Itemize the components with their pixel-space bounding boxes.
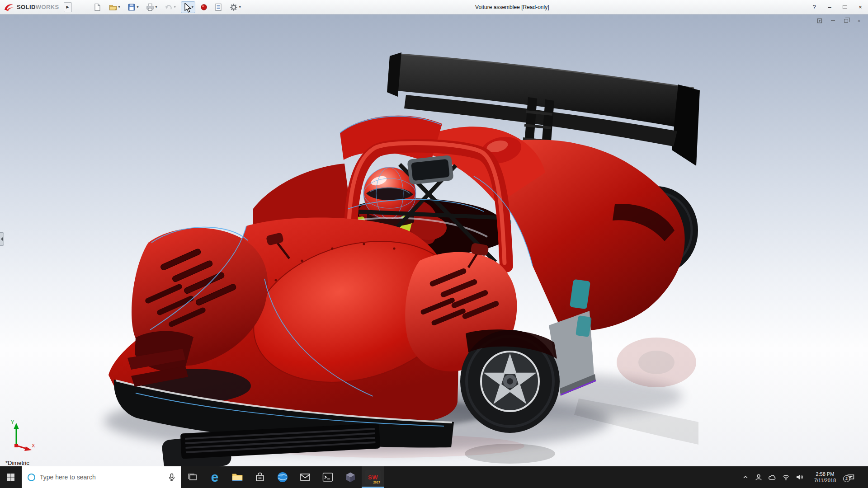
save-button[interactable]: ▾ <box>125 1 141 13</box>
caret-down-icon[interactable]: ▾ <box>174 5 176 9</box>
taskbar-app-edge[interactable]: e <box>203 466 226 488</box>
pin-window-icon <box>817 18 822 23</box>
blue-globe-icon <box>277 471 288 483</box>
cortana-icon <box>28 474 35 481</box>
windows-taskbar: e <box>0 466 868 488</box>
minimize-button[interactable]: – <box>822 0 837 14</box>
doc-pin-button[interactable] <box>815 17 824 24</box>
taskbar-app-file-explorer[interactable] <box>226 466 249 488</box>
caret-down-icon[interactable]: ▾ <box>137 5 139 9</box>
file-explorer-icon <box>231 472 243 483</box>
system-tray: 2:58 PM 7/11/2018 2 <box>737 466 868 488</box>
periscope-intake <box>407 155 453 185</box>
edge-icon: e <box>211 470 219 484</box>
appearance-button[interactable] <box>198 1 209 13</box>
action-center-button[interactable]: 2 <box>847 474 855 481</box>
minimize-icon: – <box>828 4 831 10</box>
cube-3d-icon <box>344 471 356 483</box>
view-orientation-label: *Dimetric <box>5 460 29 466</box>
task-view-icon <box>187 472 198 483</box>
brand-solid: SOLID <box>17 4 36 10</box>
task-view-button[interactable] <box>181 466 203 488</box>
caret-down-icon[interactable]: ▾ <box>156 5 157 9</box>
people-icon[interactable] <box>755 474 762 481</box>
store-bag-icon <box>255 472 265 483</box>
taskbar-app-mail[interactable] <box>294 466 316 488</box>
close-icon: × <box>859 4 862 10</box>
3d-model-race-car[interactable] <box>0 14 868 466</box>
triad-y-label: Y <box>11 419 14 425</box>
search-input[interactable] <box>35 474 168 481</box>
clock-date: 7/11/2018 <box>809 477 841 483</box>
windows-logo-icon <box>7 473 15 481</box>
start-button[interactable] <box>0 466 22 488</box>
print-icon <box>146 3 155 12</box>
print-button[interactable]: ▾ <box>144 1 159 13</box>
save-icon <box>127 3 136 12</box>
taskbar-app-store[interactable] <box>249 466 271 488</box>
brand-text: SOLIDWORKS <box>17 4 59 10</box>
front-right-wheel[interactable] <box>460 329 560 433</box>
document-properties-icon <box>214 3 222 12</box>
taskbar-search[interactable] <box>22 466 181 488</box>
quick-toolbar: ▾ ▾ ▾ <box>91 1 243 13</box>
taskbar-app-browser-globe[interactable] <box>271 466 294 488</box>
doc-minimize-button[interactable] <box>828 17 837 24</box>
caret-down-icon[interactable]: ▾ <box>192 5 193 9</box>
open-folder-icon <box>108 3 118 12</box>
options-button[interactable]: ▾ <box>227 1 243 13</box>
taskbar-app-solidworks[interactable]: SW 2017 <box>362 466 384 488</box>
taskbar-clock[interactable]: 2:58 PM 7/11/2018 <box>809 471 841 484</box>
doc-restore-button[interactable] <box>841 17 850 24</box>
notification-badge: 2 <box>843 475 850 482</box>
undo-icon <box>164 3 173 12</box>
clock-time: 2:58 PM <box>809 471 841 477</box>
document-properties-button[interactable] <box>212 1 224 13</box>
taskbar-app-3d-viewer[interactable] <box>339 466 362 488</box>
flyout-arrow-icon: ▶ <box>66 5 69 9</box>
solidworks-window: SOLIDWORKS ▶ ▾ <box>0 0 868 488</box>
graphics-area[interactable]: × Y X *Dimetric <box>0 14 868 466</box>
doc-restore-icon <box>844 19 848 23</box>
solidworks-icon-text: SW <box>368 474 378 481</box>
solidworks-app-icon: SW 2017 <box>365 470 381 484</box>
doc-close-icon: × <box>858 18 860 23</box>
window-title: Voiture assemblee [Read-only] <box>475 4 549 10</box>
doc-minimize-icon <box>831 20 835 21</box>
microphone-icon[interactable] <box>168 473 175 481</box>
cloud-icon[interactable] <box>768 474 776 480</box>
help-icon: ? <box>812 4 816 10</box>
window-controls: ? – × <box>807 0 868 14</box>
maximize-button[interactable] <box>837 0 853 14</box>
brand-works: WORKS <box>36 4 59 10</box>
open-button[interactable]: ▾ <box>107 1 122 13</box>
feature-panel-handle[interactable] <box>0 232 4 246</box>
caret-down-icon[interactable]: ▾ <box>118 5 120 9</box>
appearance-sphere-icon <box>200 3 208 12</box>
gear-icon <box>229 3 238 12</box>
solidworks-icon-year: 2017 <box>373 481 380 484</box>
caret-down-icon[interactable]: ▾ <box>239 5 241 9</box>
undo-button[interactable]: ▾ <box>162 1 178 13</box>
taskbar-app-command-prompt[interactable] <box>316 466 339 488</box>
menu-flyout-button[interactable]: ▶ <box>64 2 72 12</box>
help-button[interactable]: ? <box>807 0 822 14</box>
new-document-icon <box>93 3 102 12</box>
new-document-button[interactable] <box>91 1 104 13</box>
titlebar: SOLIDWORKS ▶ ▾ <box>0 0 868 14</box>
mail-envelope-icon <box>299 472 311 482</box>
chevron-up-icon[interactable] <box>742 474 749 481</box>
solidworks-brand: SOLIDWORKS <box>0 2 63 12</box>
doc-close-button[interactable]: × <box>854 17 863 24</box>
close-button[interactable]: × <box>853 0 868 14</box>
maximize-icon <box>843 5 847 9</box>
command-prompt-icon <box>322 472 334 483</box>
triad-x-label: X <box>32 443 35 448</box>
document-window-controls: × <box>815 17 863 24</box>
wifi-icon[interactable] <box>782 474 790 481</box>
orientation-triad: Y X <box>5 418 37 455</box>
select-arrow-icon <box>183 3 191 12</box>
solidworks-logo-icon <box>4 2 14 12</box>
volume-icon[interactable] <box>796 474 803 481</box>
select-tool-button[interactable]: ▾ <box>181 1 195 13</box>
